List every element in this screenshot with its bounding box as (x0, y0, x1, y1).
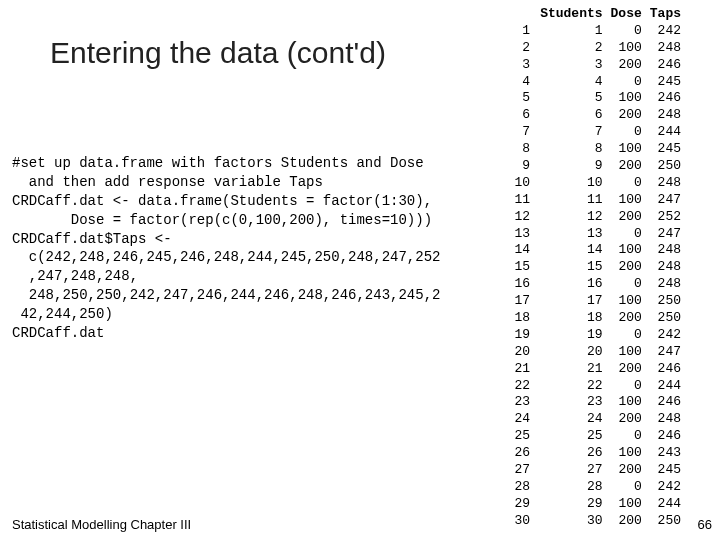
table-cell: 200 (607, 361, 646, 378)
table-cell: 248 (646, 242, 685, 259)
table-cell: 29 (511, 496, 537, 513)
table-cell: 1 (536, 23, 606, 40)
table-cell: 4 (536, 74, 606, 91)
table-row: 2929100244 (511, 496, 685, 513)
table-cell: 11 (511, 192, 537, 209)
table-cell: 6 (536, 107, 606, 124)
table-cell: 100 (607, 141, 646, 158)
table-cell: 0 (607, 175, 646, 192)
table-row: 2424200248 (511, 411, 685, 428)
table-cell: 17 (536, 293, 606, 310)
table-cell: 26 (511, 445, 537, 462)
table-cell: 9 (536, 158, 606, 175)
table-row: 1414100248 (511, 242, 685, 259)
table-cell: 18 (511, 310, 537, 327)
table-cell: 0 (607, 479, 646, 496)
table-cell: 0 (607, 428, 646, 445)
table-row: 1111100247 (511, 192, 685, 209)
table-row: 1818200250 (511, 310, 685, 327)
table-cell: 30 (536, 513, 606, 530)
table-cell: 100 (607, 344, 646, 361)
table-cell: 246 (646, 394, 685, 411)
page-number: 66 (698, 517, 712, 532)
table-cell: 16 (536, 276, 606, 293)
table-row: 2626100243 (511, 445, 685, 462)
table-row: 1717100250 (511, 293, 685, 310)
table-row: 99200250 (511, 158, 685, 175)
col-index (511, 6, 537, 23)
table-cell: 252 (646, 209, 685, 226)
table-cell: 14 (511, 242, 537, 259)
table-cell: 25 (511, 428, 537, 445)
table-cell: 19 (511, 327, 537, 344)
table-cell: 100 (607, 293, 646, 310)
table-row: 22220244 (511, 378, 685, 395)
table-cell: 12 (511, 209, 537, 226)
table-cell: 5 (536, 90, 606, 107)
table-cell: 29 (536, 496, 606, 513)
table-cell: 100 (607, 394, 646, 411)
table-cell: 8 (511, 141, 537, 158)
table-cell: 200 (607, 513, 646, 530)
table-cell: 248 (646, 107, 685, 124)
table-cell: 248 (646, 175, 685, 192)
table-row: 33200246 (511, 57, 685, 74)
table-cell: 246 (646, 57, 685, 74)
table-cell: 200 (607, 209, 646, 226)
table-cell: 245 (646, 141, 685, 158)
table-header-row: Students Dose Taps (511, 6, 685, 23)
table-cell: 248 (646, 259, 685, 276)
code-block: #set up data.frame with factors Students… (12, 154, 502, 343)
table-cell: 24 (511, 411, 537, 428)
table-cell: 23 (536, 394, 606, 411)
table-cell: 246 (646, 428, 685, 445)
table-cell: 100 (607, 496, 646, 513)
slide-title: Entering the data (cont'd) (50, 36, 386, 70)
table-cell: 17 (511, 293, 537, 310)
table-row: 16160248 (511, 276, 685, 293)
table-cell: 3 (511, 57, 537, 74)
table-cell: 9 (511, 158, 537, 175)
table-cell: 200 (607, 462, 646, 479)
table-cell: 0 (607, 226, 646, 243)
table-cell: 13 (511, 226, 537, 243)
table-cell: 242 (646, 479, 685, 496)
col-dose: Dose (607, 6, 646, 23)
table-cell: 28 (511, 479, 537, 496)
table-cell: 0 (607, 124, 646, 141)
table-row: 2727200245 (511, 462, 685, 479)
table-row: 66200248 (511, 107, 685, 124)
table-cell: 21 (536, 361, 606, 378)
table-cell: 18 (536, 310, 606, 327)
table-cell: 27 (511, 462, 537, 479)
table-cell: 248 (646, 40, 685, 57)
table-cell: 24 (536, 411, 606, 428)
table-cell: 245 (646, 462, 685, 479)
table-row: 2121200246 (511, 361, 685, 378)
table-cell: 27 (536, 462, 606, 479)
table-cell: 200 (607, 310, 646, 327)
table-cell: 200 (607, 411, 646, 428)
table-cell: 20 (511, 344, 537, 361)
table-cell: 21 (511, 361, 537, 378)
table-cell: 19 (536, 327, 606, 344)
table-row: 22100248 (511, 40, 685, 57)
table-cell: 10 (511, 175, 537, 192)
table-cell: 244 (646, 124, 685, 141)
table-cell: 248 (646, 276, 685, 293)
table-cell: 246 (646, 90, 685, 107)
table-cell: 0 (607, 23, 646, 40)
table-cell: 0 (607, 327, 646, 344)
table-cell: 1 (511, 23, 537, 40)
table-cell: 244 (646, 496, 685, 513)
table-cell: 15 (511, 259, 537, 276)
table-cell: 7 (536, 124, 606, 141)
table-cell: 7 (511, 124, 537, 141)
table-cell: 247 (646, 344, 685, 361)
table-row: 13130247 (511, 226, 685, 243)
table-row: 770244 (511, 124, 685, 141)
table-cell: 246 (646, 361, 685, 378)
table-cell: 0 (607, 276, 646, 293)
table-cell: 28 (536, 479, 606, 496)
table-row: 3030200250 (511, 513, 685, 530)
